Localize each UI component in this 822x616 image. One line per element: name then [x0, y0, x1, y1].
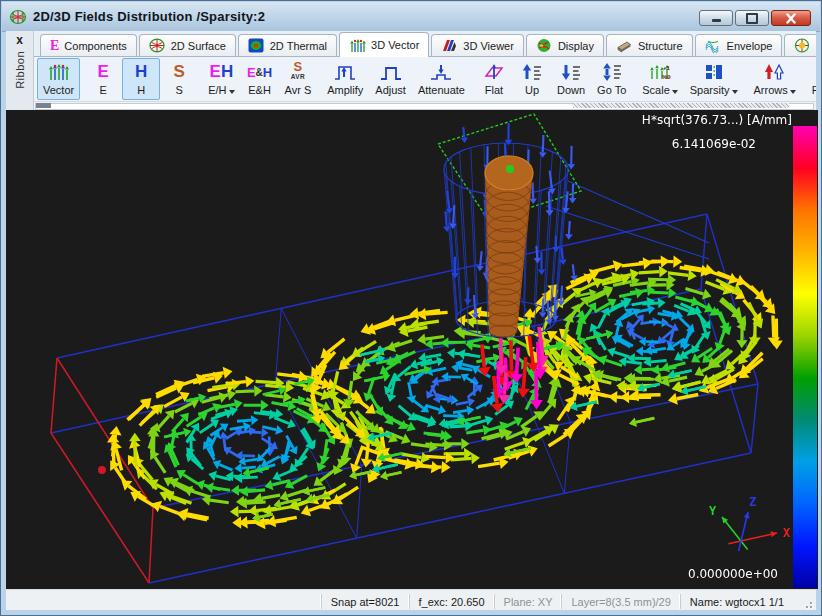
layer-goto-button[interactable]: Go To	[591, 58, 632, 100]
close-button[interactable]	[771, 10, 811, 26]
tab-label: Display	[558, 40, 594, 52]
field-vector-canvas[interactable]	[6, 110, 818, 589]
eh-ratio-button[interactable]: EH E/H	[202, 58, 240, 100]
button-label: E/H	[208, 84, 226, 97]
amplify-pulse-icon	[333, 60, 357, 84]
button-label: Flat	[485, 84, 503, 97]
button-label: Up	[525, 84, 539, 97]
status-fexc: f_exc: 20.650	[409, 594, 494, 609]
close-icon	[785, 13, 797, 24]
thermal-map-icon	[248, 38, 265, 53]
flat-button[interactable]: Flat	[475, 58, 513, 100]
minimize-button[interactable]	[699, 10, 733, 26]
button-label: Adjust	[375, 84, 406, 97]
layer-up-icon	[521, 60, 543, 84]
e-and-h-button[interactable]: E&H E&H	[241, 58, 279, 100]
tab-structure[interactable]: Structure	[606, 34, 693, 56]
vector-button[interactable]: Vector	[37, 58, 80, 100]
layer-down-button[interactable]: Down	[551, 58, 591, 100]
app-icon	[9, 9, 27, 25]
tab-3d-viewer[interactable]: 3D Viewer	[431, 34, 524, 56]
button-label: Vector	[43, 84, 74, 97]
button-label: Sparsity	[690, 84, 730, 97]
button-label: Arrows	[754, 84, 788, 97]
tab-2d-thermal[interactable]: 2D Thermal	[238, 34, 337, 56]
colorbar	[793, 126, 817, 588]
display-sphere-icon	[536, 38, 553, 53]
tab-label: 3D Vector	[371, 39, 419, 51]
dropdown-caret-icon	[229, 90, 235, 94]
window-title: 2D/3D Fields Distribution /Sparsity:2	[33, 9, 265, 24]
scale-max-value: 6.141069e-02	[672, 137, 756, 151]
eh-combo-icon: EH	[210, 60, 234, 84]
e-field-button[interactable]: E E	[84, 58, 122, 100]
tab-label: Structure	[638, 40, 683, 52]
palette-button[interactable]: Palette	[806, 58, 816, 100]
envelope-mesh-icon	[705, 38, 722, 53]
status-name: Name: wgtocx1 1/1	[680, 594, 793, 609]
resize-hatch[interactable]	[573, 103, 789, 108]
sparsity-grid-icon	[704, 60, 724, 84]
avr-s-icon: S AVR	[291, 60, 305, 84]
tab-label: 2D Surface	[171, 40, 226, 52]
svg-text:%0: %0	[662, 74, 671, 80]
adjust-button[interactable]: Adjust	[369, 58, 412, 100]
e-letter-icon: E	[98, 60, 109, 84]
status-layer: Layer=8(3.5 mm)/29	[561, 594, 679, 609]
minimize-icon	[712, 19, 721, 22]
e-and-h-icon: E&H	[247, 60, 272, 84]
h-letter-icon: H	[135, 60, 147, 84]
viewer-3d-icon	[441, 38, 458, 53]
scale-quantity-label: H*sqrt(376.73...) [A/mm]	[642, 113, 792, 127]
avr-s-button[interactable]: S AVR Avr S	[279, 58, 318, 100]
tab-export[interactable]: Export	[784, 34, 816, 56]
surface-mesh-icon	[149, 38, 166, 53]
scroll-handle[interactable]	[36, 103, 51, 108]
amplify-button[interactable]: Amplify	[321, 58, 369, 100]
tab-display[interactable]: Display	[526, 34, 604, 56]
components-e-icon: E	[50, 38, 59, 53]
h-field-button[interactable]: H H	[122, 58, 160, 100]
ribbon-close-button[interactable]: x	[16, 31, 23, 51]
dropdown-caret-icon	[672, 90, 678, 94]
svg-text:+1: +1	[663, 65, 671, 71]
arrows-pair-icon	[763, 60, 787, 84]
sparsity-button[interactable]: Sparsity	[684, 58, 744, 100]
scale-min-value: 0.000000e+00	[688, 567, 778, 581]
tab-envelope[interactable]: Envelope	[695, 34, 783, 56]
button-label: Avr S	[285, 84, 312, 97]
button-label: E&H	[248, 84, 271, 97]
scale-grid-icon: +1 %0	[649, 60, 671, 84]
status-plane: Plane: XY	[494, 594, 562, 609]
maximize-button[interactable]	[735, 10, 769, 26]
attenuate-button[interactable]: Attenuate	[412, 58, 471, 100]
tab-components[interactable]: E Components	[40, 34, 137, 56]
tab-bar: E Components 2D Surface 2D Thermal	[34, 31, 816, 57]
ribbon-toolbar: Vector E E H H S S	[34, 57, 816, 101]
tab-label: 2D Thermal	[270, 40, 327, 52]
adjust-pulse-icon	[379, 60, 403, 84]
dropdown-caret-icon	[732, 90, 738, 94]
arrows-button[interactable]: Arrows	[748, 58, 802, 100]
resize-grip[interactable]	[799, 595, 813, 609]
tab-3d-vector[interactable]: 3D Vector	[339, 32, 429, 57]
button-label: Go To	[597, 84, 626, 97]
vector-grid-icon	[47, 60, 71, 84]
layer-up-button[interactable]: Up	[513, 58, 551, 100]
button-label: S	[176, 84, 183, 97]
button-label: Attenuate	[418, 84, 465, 97]
title-bar: 2D/3D Fields Distribution /Sparsity:2	[2, 2, 820, 32]
button-label: H	[137, 84, 145, 97]
s-field-button[interactable]: S S	[160, 58, 198, 100]
tab-label: Envelope	[727, 40, 773, 52]
button-label: Down	[557, 84, 585, 97]
tab-2d-surface[interactable]: 2D Surface	[139, 34, 236, 56]
button-label: E	[100, 84, 107, 97]
attenuate-pulse-icon	[429, 60, 453, 84]
dropdown-caret-icon	[790, 90, 796, 94]
layer-down-icon	[560, 60, 582, 84]
button-label: Amplify	[327, 84, 363, 97]
scale-button[interactable]: +1 %0 Scale	[636, 58, 684, 100]
flat-plane-icon	[483, 60, 505, 84]
ribbon-band: x Ribbon E Components 2D Surface	[6, 31, 816, 110]
